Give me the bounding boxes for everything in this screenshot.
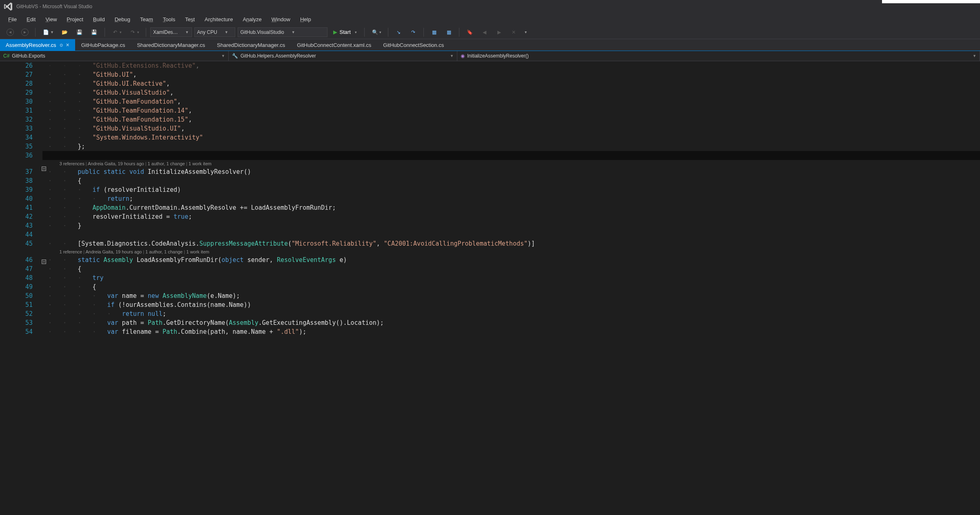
solution-config-combo[interactable]: XamlDes…▼	[150, 27, 192, 37]
code-line[interactable]: · · · "GitHub.TeamFoundation.14",	[42, 106, 980, 115]
code-line[interactable]	[42, 230, 980, 239]
platform-combo[interactable]: Any CPU▼	[194, 27, 235, 37]
redo-button[interactable]: ↷▾	[127, 27, 142, 37]
line-number: 52	[0, 309, 33, 318]
line-number: 45	[0, 239, 33, 248]
tab-assemblyresolver[interactable]: AssemblyResolver.cs ⊙ ×	[0, 39, 76, 51]
menu-debug[interactable]: Debug	[111, 15, 134, 24]
menu-view[interactable]: View	[41, 15, 61, 24]
type-label: GitHub.Helpers.AssemblyResolver	[241, 53, 316, 59]
toolbar-separator	[459, 28, 459, 37]
menu-edit[interactable]: Edit	[22, 15, 40, 24]
outline-collapse-37[interactable]: −	[42, 166, 46, 171]
find-in-files-button[interactable]: 🔍▾	[369, 27, 384, 37]
line-number: 27	[0, 70, 33, 79]
code-line[interactable]: · · · AppDomain.CurrentDomain.AssemblyRe…	[42, 203, 980, 212]
menu-architecture[interactable]: Architecture	[200, 15, 237, 24]
menu-project[interactable]: Project	[62, 15, 87, 24]
nav-back-button[interactable]: ◄	[4, 27, 16, 37]
codelens[interactable]: 3 references | Andreia Gaita, 19 hours a…	[42, 160, 980, 167]
new-project-button[interactable]: 📄▼	[40, 27, 56, 37]
open-file-button[interactable]: 📂	[59, 27, 71, 37]
code-editor[interactable]: 2627282930313233343536373839404142434445…	[0, 61, 980, 515]
toolbar-overflow[interactable]: ▾	[522, 29, 529, 36]
line-number: 31	[0, 106, 33, 115]
step-into-icon: ↘	[395, 29, 402, 36]
bookmark-button[interactable]: 🔖	[463, 27, 476, 37]
menu-window[interactable]: Window	[267, 15, 294, 24]
outline-collapse-46[interactable]: −	[42, 260, 46, 264]
tab-connectsection[interactable]: GitHubConnectSection.cs	[377, 39, 450, 51]
code-line[interactable]: · · · "GitHub.TeamFoundation",	[42, 97, 980, 106]
notification-strip	[882, 0, 980, 3]
code-line[interactable]: · · · "GitHub.VisualStudio.UI",	[42, 124, 980, 133]
code-line[interactable]: · · · · var name = new AssemblyName(e.Na…	[42, 291, 980, 300]
navigation-bar: C# GitHub.Exports ▼ 🔧 GitHub.Helpers.Ass…	[0, 51, 980, 61]
code-line[interactable]: · · · · var path = Path.GetDirectoryName…	[42, 318, 980, 327]
tab-connectcontent[interactable]: GitHubConnectContent.xaml.cs	[291, 39, 377, 51]
code-line[interactable]: · · static Assembly LoadAssemblyFromRunD…	[42, 255, 980, 264]
code-line[interactable]: · · · "GitHub.VisualStudio",	[42, 88, 980, 97]
tab-githubpackage[interactable]: GitHubPackage.cs	[76, 39, 131, 51]
member-combo[interactable]: ◉ InitializeAssemblyResolver() ▼	[457, 51, 980, 61]
save-button[interactable]: 💾	[74, 27, 86, 37]
tab-shareddict1[interactable]: SharedDictionaryManager.cs	[131, 39, 211, 51]
comment-button[interactable]: ▦	[428, 27, 440, 37]
titlebar: GitHubVS - Microsoft Visual Studio	[0, 0, 980, 13]
line-number: 43	[0, 221, 33, 230]
line-number: 47	[0, 264, 33, 273]
code-line[interactable]: · · · {	[42, 282, 980, 291]
start-debug-button[interactable]: ▶Start▾	[330, 29, 360, 35]
project-combo[interactable]: C# GitHub.Exports ▼	[0, 51, 229, 61]
pin-icon[interactable]: ⊙	[60, 43, 63, 47]
codelens[interactable]: 1 reference | Andreia Gaita, 19 hours ag…	[42, 248, 980, 255]
code-line[interactable]: · · · if (resolverInitialized)	[42, 185, 980, 194]
solution-config-label: XamlDes…	[153, 29, 178, 35]
menu-test[interactable]: Test	[181, 15, 199, 24]
menu-team[interactable]: Team	[136, 15, 157, 24]
code-line[interactable]: · · · · return;	[42, 194, 980, 203]
code-line[interactable]: · · · "GitHub.UI.Reactive",	[42, 79, 980, 88]
code-line[interactable]: · · public static void InitializeAssembl…	[42, 167, 980, 176]
code-line[interactable]: · · };	[42, 142, 980, 151]
menu-tools[interactable]: Tools	[159, 15, 179, 24]
uncomment-button[interactable]: ▦	[443, 27, 455, 37]
comment-icon: ▦	[430, 29, 438, 36]
code-line[interactable]: · · · · if (!ourAssemblies.Contains(name…	[42, 300, 980, 309]
code-line[interactable]: · · · · var filename = Path.Combine(path…	[42, 327, 980, 336]
code-line[interactable]: · · · resolverInitialized = true;	[42, 212, 980, 221]
startup-project-combo[interactable]: GitHub.VisualStudio▼	[238, 27, 327, 37]
type-combo[interactable]: 🔧 GitHub.Helpers.AssemblyResolver ▼	[229, 51, 457, 61]
code-area[interactable]: − − · · · "GitHub.Extensions.Reactive",·…	[42, 61, 980, 515]
save-all-button[interactable]: 💾	[88, 27, 100, 37]
code-line[interactable]: · · · · · return null;	[42, 309, 980, 318]
code-line[interactable]: · · · "GitHub.TeamFoundation.15",	[42, 115, 980, 124]
line-number: 38	[0, 176, 33, 185]
menu-analyze[interactable]: Analyze	[238, 15, 265, 24]
method-icon: ◉	[461, 53, 465, 59]
undo-button[interactable]: ↶▾	[109, 27, 124, 37]
class-icon: 🔧	[232, 53, 238, 59]
step-over-button[interactable]: ↷	[407, 27, 419, 37]
line-number: 53	[0, 318, 33, 327]
code-line[interactable]: · · {	[42, 176, 980, 185]
step-into-button[interactable]: ↘	[392, 27, 405, 37]
new-project-icon: 📄	[42, 29, 49, 36]
code-line[interactable]: · · [System.Diagnostics.CodeAnalysis.Sup…	[42, 239, 980, 248]
toolbar-separator	[146, 28, 146, 37]
tab-shareddict2[interactable]: SharedDictionaryManager.cs	[211, 39, 291, 51]
menu-build[interactable]: Build	[89, 15, 109, 24]
code-line[interactable]: · · · try	[42, 273, 980, 282]
code-line[interactable]: · · }	[42, 221, 980, 230]
menu-help[interactable]: Help	[296, 15, 315, 24]
line-gutter: 2627282930313233343536373839404142434445…	[0, 61, 42, 515]
code-line[interactable]: · · {	[42, 264, 980, 273]
outline-column: − −	[42, 61, 47, 515]
close-icon[interactable]: ×	[66, 42, 69, 48]
code-line[interactable]: · · · "GitHub.Extensions.Reactive",	[42, 61, 980, 70]
code-line[interactable]: · · · "System.Windows.Interactivity"	[42, 133, 980, 142]
menu-file[interactable]: File	[4, 15, 21, 24]
code-line[interactable]	[42, 151, 980, 160]
code-line[interactable]: · · · "GitHub.UI",	[42, 70, 980, 79]
clear-bookmarks-button: ✕	[508, 27, 520, 37]
